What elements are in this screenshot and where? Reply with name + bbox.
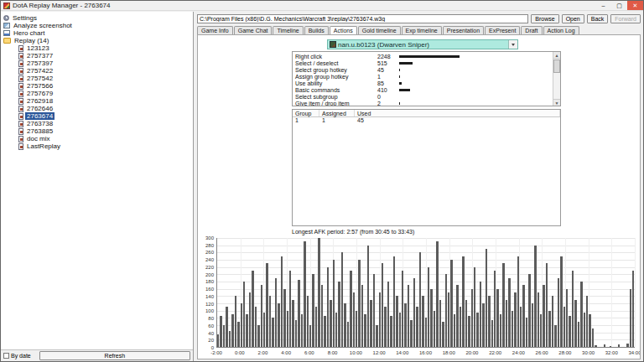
x-tick-label: 30:00 [582,350,595,355]
chart-bar [610,346,611,347]
chart-bar [442,322,444,347]
chart-bar [241,303,242,347]
group-table-header-cell: Assigned [319,110,355,116]
tree-item[interactable]: Hero chart [3,29,191,37]
chart-bar [275,278,277,347]
screenshot-icon [3,23,10,28]
chart-icon [3,30,10,36]
action-value-bar [399,82,402,85]
chart-bar [413,278,415,347]
tree-item[interactable]: Settings [3,14,191,22]
open-button[interactable]: Open [562,14,584,23]
actions-scrollbar[interactable]: ▲ ▼ [553,52,560,106]
tab-action-log[interactable]: Action Log [543,26,579,34]
action-count-row: Basic commands410 [293,86,552,93]
replay-path-input[interactable] [197,14,528,23]
tree-item[interactable]: 2757679 [3,90,191,97]
tree-item[interactable]: 123123 [3,44,191,52]
scroll-down-icon[interactable]: ▼ [553,99,560,106]
back-button[interactable]: Back [587,14,609,23]
y-tick-label: 80 [208,316,214,321]
window-title: DotA Replay Manager - 2763674 [13,2,111,9]
replay-file-icon [18,128,23,135]
title-bar: DotA Replay Manager - 2763674 – ▢ ✕ [1,1,643,11]
close-button[interactable]: ✕ [627,1,643,10]
tree-item[interactable]: Replay (14) [3,37,191,44]
tab-timeline[interactable]: Timeline [273,26,303,34]
chart-bar [315,307,317,347]
tree-item-label: 2757679 [25,90,55,97]
tree-item[interactable]: 2762646 [3,105,191,112]
chart-bar [344,303,345,347]
tab-game-info[interactable]: Game Info [197,26,233,34]
refresh-button[interactable]: Refresh [39,351,190,360]
chart-bar [364,314,366,347]
chart-bar [295,320,297,348]
chart-bar [235,296,236,347]
tab-expresent[interactable]: ExPresent [485,26,520,34]
x-tick-label: 12:00 [373,350,386,355]
maximize-button[interactable]: ▢ [611,1,627,10]
tab-game-chat[interactable]: Game Chat [234,26,273,34]
replay-file-icon [18,143,23,150]
replay-file-icon [18,75,23,82]
minimize-button[interactable]: – [595,1,611,10]
tree-item-label: 2763738 [25,120,55,127]
scrollbar-thumb[interactable] [553,59,560,73]
tree-item[interactable]: 2757542 [3,75,191,82]
tab-gold-timeline[interactable]: Gold timeline [358,26,401,34]
chart-bar [566,289,568,347]
chart-bar [249,292,251,347]
chart-bar [370,300,371,347]
chart-bar [287,311,288,347]
chart-bar [327,267,329,347]
tree-item[interactable]: 2757397 [3,59,191,67]
chart-bar [321,285,323,347]
action-value-bar [399,89,410,91]
forward-button: Forward [610,14,641,23]
tab-exp-timeline[interactable]: Exp timeline [402,26,442,34]
chart-bar [480,282,481,347]
tab-presentation[interactable]: Presentation [443,26,484,34]
tree-item[interactable]: LastReplay [3,142,191,150]
replay-file-icon [18,68,23,75]
group-table-header-cell: Group [293,110,319,116]
action-value: 2248 [377,54,399,59]
action-value-bar [399,55,460,58]
chart-bar [333,260,335,347]
tree-item[interactable]: 2762918 [3,97,191,105]
chart-bar [592,328,594,347]
tree-item[interactable]: 2757566 [3,82,191,90]
chart-bar [445,274,447,347]
action-counts-list: Right click2248Select / deselect515Selec… [292,51,561,106]
chart-bar [266,263,267,347]
y-tick-label: 100 [205,308,214,313]
tab-builds[interactable]: Builds [304,26,329,34]
tree-item[interactable]: doc mix [3,135,191,142]
tree-item[interactable]: 2763885 [3,127,191,135]
chart-bar [569,316,570,347]
tree-item[interactable]: 2757422 [3,67,191,75]
player-select-dropdown-button[interactable] [508,40,517,49]
replay-file-icon [18,98,23,105]
chart-bar [428,267,429,347]
tree-item-label: Analyze screenshot [12,22,74,29]
tree-item[interactable]: 2757377 [3,52,191,59]
chart-bar [304,241,305,347]
tree-item[interactable]: 2763674 [3,112,191,120]
y-tick-label: 180 [205,279,214,284]
browse-button[interactable]: Browse [531,14,558,23]
tree-item[interactable]: Analyze screenshot [3,22,191,29]
sidebar: SettingsAnalyze screenshotHero chartRepl… [1,12,194,361]
chart-bar [526,318,527,347]
tree-item[interactable]: 2763738 [3,120,191,127]
scroll-up-icon[interactable]: ▲ [553,52,560,59]
chart-bar [281,256,283,347]
chart-bar [410,320,412,348]
tab-draft[interactable]: Draft [521,26,542,34]
chart-bar [416,307,418,347]
chart-bar [465,300,467,347]
chart-bar [338,282,340,347]
by-date-checkbox[interactable] [3,353,9,359]
player-select[interactable]: nan.u.b0123 (Dwarven Sniper) [327,39,518,49]
